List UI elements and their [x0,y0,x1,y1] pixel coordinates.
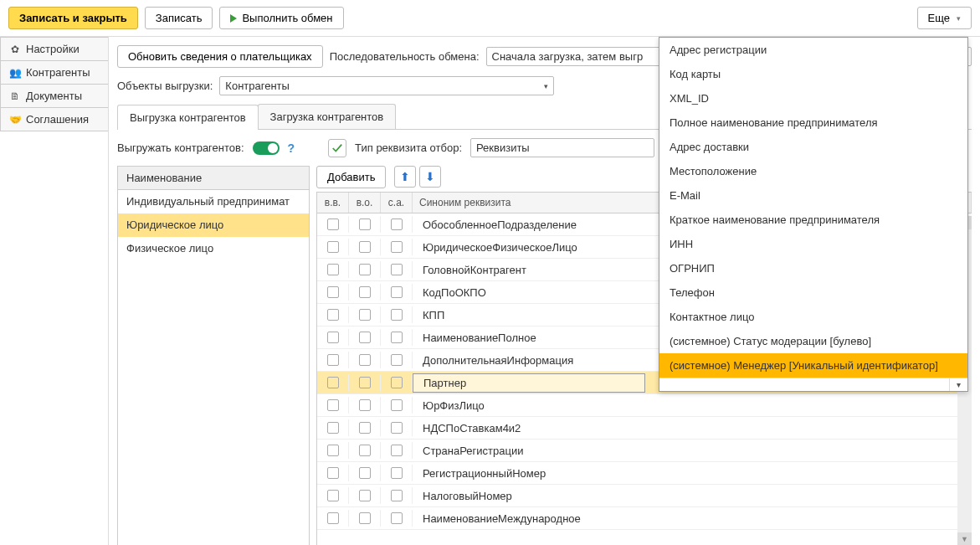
checkbox[interactable] [327,219,339,230]
checkbox[interactable] [327,399,339,411]
grid-cell-checkbox [349,487,381,504]
export-objects-value: Контрагенты [225,80,290,92]
grid-cell-checkbox [317,261,349,278]
sidebar-item-counterparties[interactable]: 👥 Контрагенты [0,60,108,85]
checkbox[interactable] [359,264,371,275]
sidebar-item-agreements[interactable]: 🤝 Соглашения [0,107,108,131]
checkbox[interactable] [327,467,339,479]
checkbox[interactable] [359,445,371,456]
dropdown-item[interactable]: Код карты [659,62,967,86]
checkbox[interactable] [359,422,371,434]
dropdown-item[interactable]: ОГРНИП [659,256,967,280]
update-payers-button[interactable]: Обновить сведения о плательщиках [117,45,323,68]
checkbox[interactable] [391,422,403,434]
checkbox[interactable] [391,354,403,366]
more-button[interactable]: Еще ▾ [917,7,972,29]
checkbox[interactable] [327,377,339,388]
tab-export[interactable]: Выгрузка контрагентов [117,105,259,130]
dropdown-item[interactable]: Контактное лицо [659,305,967,329]
export-toggle[interactable] [253,141,280,155]
grid-row[interactable]: НДСПоСтавкам4и2 [317,417,972,440]
sidebar-item-documents[interactable]: 🗎 Документы [0,84,108,108]
checkbox[interactable] [391,286,403,298]
dropdown-item[interactable]: (системное) Статус модерации [булево] [659,329,967,353]
dropdown-item[interactable]: E-Mail [659,183,967,208]
naming-list-item[interactable]: Физическое лицо [118,237,309,260]
grid-cell-checkbox [349,510,381,527]
checkbox[interactable] [359,377,371,388]
checkbox[interactable] [359,354,371,366]
grid-row[interactable]: ЮрФизЛицо [317,394,972,417]
check-all-button[interactable] [328,139,346,157]
move-down-button[interactable]: ⬇ [419,166,441,188]
checkbox[interactable] [359,467,371,479]
checkbox[interactable] [327,445,339,456]
users-icon: 👥 [9,67,21,79]
checkbox[interactable] [359,332,371,343]
checkbox[interactable] [327,241,339,253]
checkbox[interactable] [359,219,371,230]
save-button[interactable]: Записать [145,7,213,29]
grid-row[interactable]: НалоговыйНомер [317,485,972,507]
dropdown-item[interactable]: ИНН [659,232,967,256]
checkbox[interactable] [327,332,339,343]
checkbox[interactable] [391,512,403,524]
sidebar-item-settings[interactable]: ✿ Настройки [0,37,108,61]
save-close-button[interactable]: Записать и закрыть [8,7,138,29]
checkbox[interactable] [391,399,403,411]
checkbox[interactable] [359,241,371,253]
grid-cell-checkbox [317,284,349,301]
tab-import[interactable]: Загрузка контрагентов [258,104,397,129]
checkbox[interactable] [327,422,339,434]
add-button[interactable]: Добавить [316,166,386,188]
naming-list-item[interactable]: Юридическое лицо [118,213,309,237]
dropdown-open-button[interactable]: ▾ [949,378,967,391]
run-exchange-button[interactable]: Выполнить обмен [219,7,343,29]
col-vv[interactable]: в.в. [317,193,349,213]
dropdown-item[interactable]: Местоположение [659,159,967,183]
checkbox[interactable] [391,490,403,501]
checkbox[interactable] [327,286,339,298]
grid-cell-checkbox [381,261,413,278]
grid-cell-synonym: ЮрФизЛицо [413,397,972,414]
checkbox[interactable] [359,512,371,524]
col-vo[interactable]: в.о. [349,193,381,213]
checkbox[interactable] [391,219,403,230]
naming-list-item[interactable]: Индивидуальный предпринимат [118,190,309,213]
checkbox[interactable] [327,512,339,524]
export-objects-select[interactable]: Контрагенты ▾ [219,76,554,95]
dropdown-item[interactable]: (системное) Менеджер [Уникальный идентиф… [659,353,967,378]
doc-icon: 🗎 [9,90,21,102]
grid-row[interactable]: СтранаРегистрации [317,440,972,462]
checkbox[interactable] [391,241,403,253]
checkbox[interactable] [359,399,371,411]
checkbox[interactable] [391,377,403,388]
move-up-button[interactable]: ⬆ [394,166,416,188]
checkbox[interactable] [359,286,371,298]
dropdown-item[interactable]: Телефон [659,280,967,305]
dropdown-item[interactable]: Краткое наименование предпринимателя [659,208,967,232]
checkbox[interactable] [359,490,371,501]
checkbox[interactable] [327,264,339,275]
checkbox[interactable] [327,354,339,366]
dropdown-item[interactable]: XML_ID [659,86,967,111]
req-type-input[interactable]: Реквизиты [470,138,654,157]
grid-row[interactable]: НаименованиеМеждународное [317,507,972,530]
checkbox[interactable] [327,490,339,501]
dropdown-item[interactable]: Адрес доставки [659,135,967,159]
grid-cell-synonym: Партнер [413,373,645,393]
grid-row[interactable]: РегистрационныйНомер [317,462,972,485]
checkbox[interactable] [391,467,403,479]
dropdown-item[interactable]: Адрес регистрации [659,38,967,62]
checkbox[interactable] [391,445,403,456]
checkbox[interactable] [391,309,403,321]
grid-cell-checkbox [317,352,349,368]
checkbox[interactable] [359,309,371,321]
checkbox[interactable] [327,309,339,321]
checkbox[interactable] [391,264,403,275]
col-sa[interactable]: с.а. [381,193,413,213]
dropdown-item[interactable]: Полное наименование предпринимателя [659,111,967,135]
checkbox[interactable] [391,332,403,343]
grid-cell-checkbox [349,465,381,481]
help-icon[interactable]: ? [288,141,295,155]
